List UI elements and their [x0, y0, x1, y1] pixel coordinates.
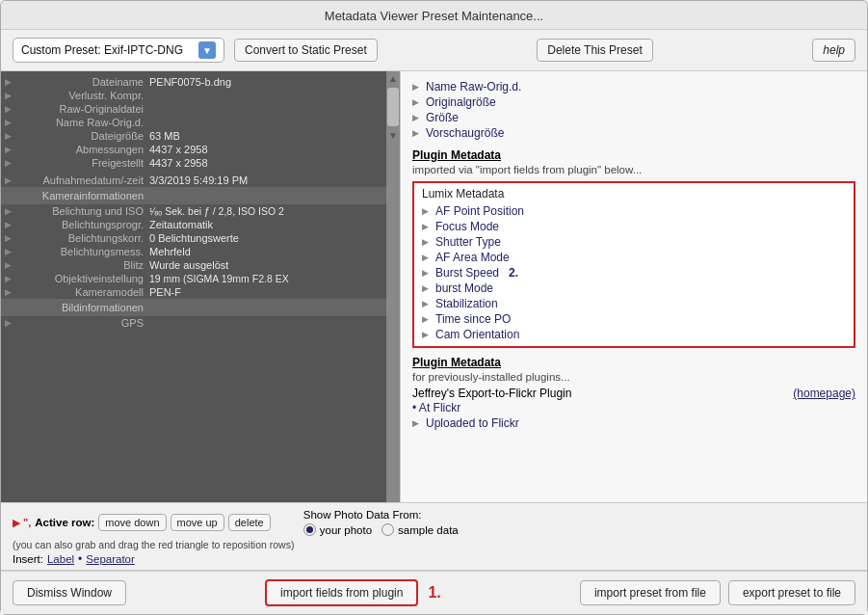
row-triangle-icon: ▶ — [5, 104, 18, 114]
scroll-up-arrow[interactable]: ▲ — [386, 71, 400, 86]
list-item: ▶ GPS — [1, 316, 386, 330]
right-item: ▶ Originalgröße — [412, 94, 855, 110]
right-item: ▶ Vorschaugröße — [412, 125, 855, 141]
tri-icon: ▶ — [422, 330, 435, 339]
import-plugin-button[interactable]: import fields from plugin — [265, 579, 418, 606]
export-preset-file-button[interactable]: export preset to file — [728, 580, 855, 605]
list-item: ▶ Raw-Originaldatei — [1, 102, 386, 116]
preset-arrow-icon[interactable]: ▼ — [198, 41, 216, 59]
radio-sample-data[interactable]: sample data — [381, 523, 459, 536]
tri-icon: ▶ — [422, 299, 435, 308]
preset-select[interactable]: Custom Preset: Exif-IPTC-DNG ▼ — [13, 38, 224, 63]
row-triangle-icon: ▶ — [5, 287, 18, 297]
tri-icon: ▶ — [422, 314, 435, 324]
row-triangle-icon: ▶ — [5, 118, 18, 127]
list-item: ▶ Verlustr. Kompr. — [1, 89, 386, 102]
list-item: ▶ Belichtungsprogr. Zeitautomatik — [1, 218, 386, 231]
radio-row: your photo sample data — [303, 523, 459, 536]
delete-row-button[interactable]: delete — [228, 514, 271, 531]
radio-sample-data-label: sample data — [398, 524, 459, 536]
left-panel: ▶ Dateiname PENF0075-b.dng ▶ Verlustr. K… — [1, 71, 401, 502]
list-item: ▶ Blitz Wurde ausgelöst — [1, 258, 386, 272]
lumix-item: ▶ Stabilization — [422, 296, 846, 311]
tri-icon: ▶ — [412, 418, 426, 428]
active-row-label: Active row: — [35, 517, 94, 528]
active-row-indicator: ▶ ", — [13, 517, 31, 529]
plugin-metadata-title-1: Plugin Metadata — [412, 148, 855, 162]
left-list[interactable]: ▶ Dateiname PENF0075-b.dng ▶ Verlustr. K… — [1, 71, 386, 502]
list-item: ▶ Abmessungen 4437 x 2958 — [1, 143, 386, 156]
tri-icon: ▶ — [422, 283, 435, 293]
list-item: ▶ Freigestellt 4437 x 2958 — [1, 156, 386, 170]
lumix-item: ▶ burst Mode — [422, 281, 846, 296]
list-item: ▶ Belichtungsmess. Mehrfeld — [1, 245, 386, 258]
row-triangle-icon: ▶ — [5, 158, 18, 168]
lumix-title: Lumix Metadata — [422, 187, 846, 201]
lumix-item: ▶ Cam Orientation — [422, 327, 846, 342]
plugin-metadata-title-2: Plugin Metadata — [412, 356, 855, 369]
flickr-homepage-link[interactable]: (homepage) — [793, 387, 855, 400]
row-triangle-icon: ▶ — [5, 247, 18, 256]
left-scrollbar[interactable]: ▲ ▼ — [386, 71, 400, 502]
label-link[interactable]: Label — [47, 553, 74, 565]
radio-sample-data-circle[interactable] — [381, 523, 394, 536]
row-triangle-icon: ▶ — [5, 77, 18, 87]
tri-icon: ▶ — [422, 237, 435, 247]
scroll-down-arrow[interactable]: ▼ — [386, 128, 400, 143]
footer-bar: Dismiss Window import fields from plugin… — [1, 571, 867, 614]
flickr-plugin-name: Jeffrey's Export-to-Flickr Plugin — [412, 387, 571, 400]
step-2-badge: 2. — [509, 266, 518, 280]
row-triangle-icon: ▶ — [5, 145, 18, 154]
separator-dot: • — [78, 552, 82, 566]
radio-your-photo[interactable]: your photo — [303, 523, 372, 536]
scroll-thumb[interactable] — [387, 88, 399, 126]
tri-icon: ▶ — [412, 97, 426, 107]
footer-right: import preset from file export preset to… — [580, 580, 855, 605]
separator-link[interactable]: Separator — [86, 553, 135, 565]
list-item: ▶ Dateiname PENF0075-b.dng — [1, 75, 386, 89]
row-triangle-icon: ▶ — [5, 175, 18, 185]
row-triangle-icon: ▶ — [5, 131, 18, 141]
active-row-marker: ", — [23, 517, 31, 528]
bottom-controls-bar: ▶ ", Active row: move down move up delet… — [1, 503, 867, 571]
drag-hint: (you can also grab and drag the red tria… — [13, 539, 855, 550]
list-item: ▶ Name Raw-Orig.d. — [1, 116, 386, 129]
main-content: ▶ Dateiname PENF0075-b.dng ▶ Verlustr. K… — [1, 71, 867, 503]
move-up-button[interactable]: move up — [171, 514, 224, 531]
list-item: ▶ Belichtungskorr. 0 Belichtungswerte — [1, 231, 386, 245]
tri-icon: ▶ — [412, 113, 426, 122]
lumix-item: ▶ AF Point Position — [422, 203, 846, 219]
preset-value: Custom Preset: Exif-IPTC-DNG — [21, 43, 198, 57]
list-item: ▶ Belichtung und ISO ¹⁄₈₀ Sek. bei ƒ / 2… — [1, 204, 386, 218]
dismiss-window-button[interactable]: Dismiss Window — [13, 580, 126, 605]
tri-icon: ▶ — [412, 128, 426, 138]
flickr-item: • At Flickr — [412, 400, 855, 415]
radio-your-photo-circle[interactable] — [303, 523, 316, 536]
step-1-badge: 1. — [428, 584, 440, 602]
move-down-button[interactable]: move down — [98, 514, 166, 531]
plugin-metadata-sub-2: for previously-installed plugins... — [412, 371, 855, 383]
list-item: ▶ Dateigröße 63 MB — [1, 129, 386, 143]
tri-icon: ▶ — [422, 268, 435, 278]
right-item: ▶ Name Raw-Orig.d. — [412, 79, 855, 94]
convert-static-button[interactable]: Convert to Static Preset — [234, 39, 378, 62]
row-triangle-icon: ▶ — [5, 206, 18, 216]
row-triangle-icon: ▶ — [5, 233, 18, 243]
right-panel: ▶ Name Raw-Orig.d. ▶ Originalgröße ▶ Grö… — [401, 71, 867, 502]
insert-row: Insert: Label • Separator — [13, 552, 855, 566]
tri-icon: ▶ — [422, 222, 435, 231]
row-triangle-icon: ▶ — [5, 318, 18, 328]
delete-preset-button[interactable]: Delete This Preset — [537, 39, 653, 62]
right-panel-content[interactable]: ▶ Name Raw-Orig.d. ▶ Originalgröße ▶ Grö… — [412, 79, 855, 495]
window-title: Metadata Viewer Preset Maintenance... — [325, 9, 543, 23]
red-triangle-icon: ▶ — [13, 517, 20, 529]
lumix-item: ▶ Time since PO — [422, 311, 846, 327]
tri-icon: ▶ — [422, 253, 435, 262]
row-triangle-icon: ▶ — [5, 260, 18, 270]
import-preset-file-button[interactable]: import preset from file — [580, 580, 721, 605]
title-bar: Metadata Viewer Preset Maintenance... — [1, 1, 867, 30]
help-button[interactable]: help — [812, 39, 855, 62]
left-panel-inner: ▶ Dateiname PENF0075-b.dng ▶ Verlustr. K… — [1, 71, 400, 502]
list-item: ▶ Aufnahmedatum/-zeit 3/3/2019 5:49:19 P… — [1, 174, 386, 187]
lumix-item: ▶ Shutter Type — [422, 234, 846, 250]
